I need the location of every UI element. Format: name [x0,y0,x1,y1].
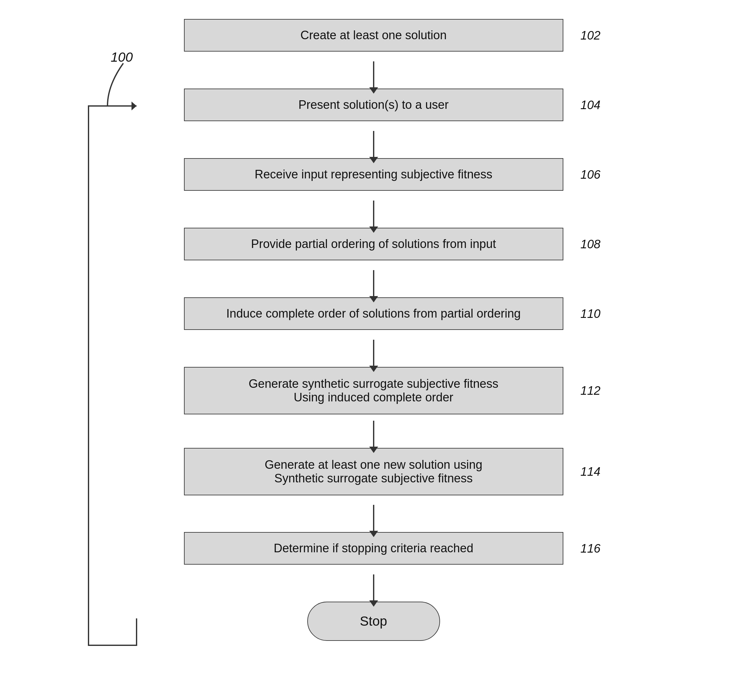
arrow-106-108 [373,200,374,228]
node-114: Generate at least one new solution using… [184,448,563,495]
label-100: 100 [110,50,133,65]
node-112: Generate synthetic surrogate subjective … [184,367,563,414]
arrow-104-106 [373,131,374,158]
node-108-text: Provide partial ordering of solutions fr… [251,237,496,250]
node-110-label: 110 [581,307,600,320]
arrow-112-114 [373,421,374,448]
node-106-text: Receive input representing subjective fi… [255,168,493,181]
arrow-116-stop [373,574,374,602]
arrow-108-110 [373,270,374,297]
node-102-box: Create at least one solution 102 [184,19,563,52]
arrow-110-112 [373,340,374,367]
node-stop-text: Stop [360,614,387,629]
node-stop: Stop [307,602,440,641]
node-104-label: 104 [581,98,600,112]
arrow-114-116 [373,505,374,532]
node-114-text-line2: Synthetic surrogate subjective fitness [200,472,547,485]
arrow-102-104 [373,61,374,89]
node-104-text: Present solution(s) to a user [298,98,449,111]
node-114-text-line1: Generate at least one new solution using [200,458,547,472]
node-112-text-line2: Using induced complete order [200,391,547,404]
node-114-label: 114 [581,465,600,479]
node-112-box: Generate synthetic surrogate subjective … [184,367,563,414]
node-116-text: Determine if stopping criteria reached [274,541,473,555]
node-102: Create at least one solution 102 [184,19,563,52]
node-102-text: Create at least one solution [300,29,447,42]
node-stop-box: Stop [307,602,440,641]
node-116-label: 116 [581,541,600,555]
node-102-label: 102 [581,29,600,42]
node-110-text: Induce complete order of solutions from … [226,307,521,320]
diagram-container: 100 Create at least one solution 102 Pre… [0,0,747,700]
node-114-box: Generate at least one new solution using… [184,448,563,495]
node-112-text-line1: Generate synthetic surrogate subjective … [200,377,547,391]
node-108-label: 108 [581,237,600,251]
svg-marker-1 [132,102,136,111]
node-112-label: 112 [581,384,600,398]
node-106-label: 106 [581,168,600,181]
